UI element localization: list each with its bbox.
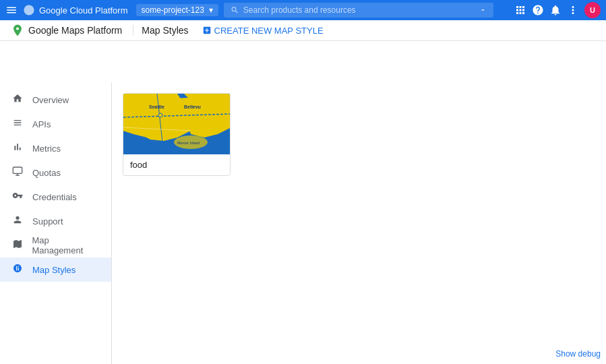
maps-platform-title: Google Maps Platform bbox=[28, 25, 122, 36]
gcp-title: Google Cloud Platform bbox=[39, 5, 128, 16]
sidebar-item-map-management[interactable]: Map Management bbox=[0, 233, 111, 257]
avatar[interactable]: U bbox=[584, 2, 601, 18]
overview-icon bbox=[11, 93, 24, 107]
create-btn-label: CREATE NEW MAP STYLE bbox=[214, 26, 324, 36]
metrics-icon bbox=[11, 142, 24, 155]
top-bar: Google Cloud Platform some-project-123 ▾… bbox=[0, 0, 606, 20]
maps-pin-icon bbox=[11, 24, 24, 37]
more-options-icon[interactable] bbox=[567, 4, 579, 16]
credentials-icon bbox=[11, 190, 24, 204]
quotas-icon bbox=[11, 166, 24, 179]
map-card-label: food bbox=[123, 154, 230, 175]
svg-text:Seattle: Seattle bbox=[149, 104, 164, 109]
sidebar-item-support[interactable]: Support bbox=[0, 209, 111, 233]
map-preview-svg: Seattle Bellevu Mercer Island bbox=[123, 94, 231, 154]
second-bar: Google Maps Platform Map Styles CREATE N… bbox=[0, 20, 606, 41]
svg-text:Bellevu: Bellevu bbox=[184, 104, 201, 109]
sidebar-item-map-management-label: Map Management bbox=[32, 235, 100, 255]
sidebar: Overview APIs Metrics Quotas Credentials bbox=[0, 82, 112, 364]
search-input[interactable] bbox=[243, 5, 475, 15]
top-bar-actions: U bbox=[514, 2, 601, 18]
map-preview-thumbnail: Seattle Bellevu Mercer Island bbox=[123, 94, 231, 154]
help-icon[interactable] bbox=[532, 4, 544, 16]
svg-point-12 bbox=[158, 113, 162, 117]
apis-icon bbox=[11, 117, 24, 131]
sidebar-item-metrics-label: Metrics bbox=[32, 144, 61, 154]
sidebar-item-metrics[interactable]: Metrics bbox=[0, 136, 111, 160]
sidebar-item-map-styles[interactable]: Map Styles bbox=[0, 257, 111, 282]
search-bar[interactable] bbox=[224, 3, 493, 18]
sidebar-item-credentials-label: Credentials bbox=[32, 192, 77, 202]
search-dropdown-icon bbox=[479, 5, 487, 15]
sidebar-item-support-label: Support bbox=[32, 216, 63, 226]
map-styles-icon bbox=[11, 263, 24, 276]
notifications-icon[interactable] bbox=[549, 4, 562, 16]
map-style-card[interactable]: Seattle Bellevu Mercer Island food bbox=[123, 93, 231, 176]
menu-icon[interactable] bbox=[5, 4, 18, 16]
project-selector[interactable]: some-project-123 ▾ bbox=[136, 4, 219, 16]
sidebar-item-apis-label: APIs bbox=[32, 119, 51, 129]
gcp-logo: Google Cloud Platform bbox=[23, 4, 128, 16]
sidebar-item-quotas-label: Quotas bbox=[32, 168, 61, 178]
create-new-map-style-button[interactable]: CREATE NEW MAP STYLE bbox=[202, 26, 324, 36]
sidebar-item-map-styles-label: Map Styles bbox=[32, 265, 75, 275]
svg-text:Mercer Island: Mercer Island bbox=[177, 141, 200, 145]
svg-rect-1 bbox=[13, 167, 22, 173]
sidebar-item-credentials[interactable]: Credentials bbox=[0, 185, 111, 209]
map-management-icon bbox=[11, 239, 24, 252]
sidebar-item-overview[interactable]: Overview bbox=[0, 88, 111, 112]
sidebar-item-overview-label: Overview bbox=[32, 95, 69, 105]
apps-icon[interactable] bbox=[514, 4, 526, 16]
create-plus-icon bbox=[202, 26, 212, 35]
support-icon bbox=[11, 214, 24, 228]
main-layout: Overview APIs Metrics Quotas Credentials bbox=[0, 82, 606, 364]
sidebar-item-apis[interactable]: APIs bbox=[0, 112, 111, 136]
search-icon bbox=[231, 5, 239, 15]
maps-platform-logo: Google Maps Platform bbox=[11, 24, 122, 37]
main-content: Seattle Bellevu Mercer Island food bbox=[112, 82, 606, 364]
show-debug-link[interactable]: Show debug bbox=[555, 349, 601, 359]
dropdown-arrow: ▾ bbox=[209, 5, 213, 15]
page-title: Map Styles bbox=[133, 25, 188, 36]
svg-marker-6 bbox=[184, 94, 231, 138]
sidebar-item-quotas[interactable]: Quotas bbox=[0, 160, 111, 185]
